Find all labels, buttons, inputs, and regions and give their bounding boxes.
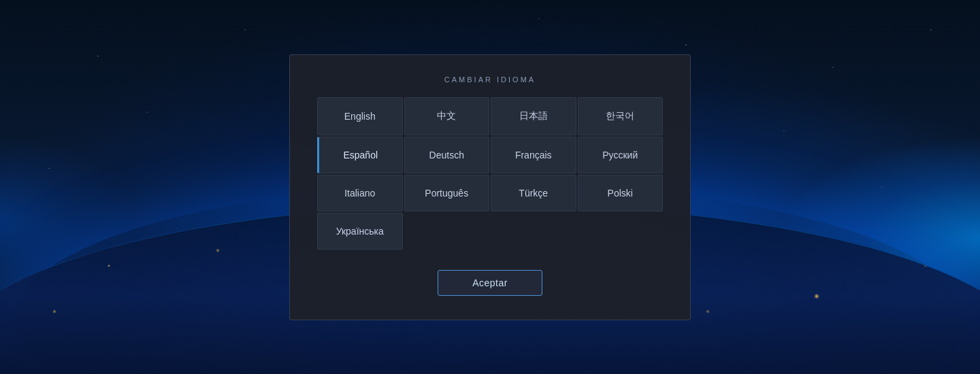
- language-grid: English 中文 日本語 한국어 Español Deutsch Franç…: [317, 97, 663, 250]
- lang-btn-ukrainian[interactable]: Українська: [317, 213, 403, 250]
- lang-btn-italian[interactable]: Italiano: [317, 175, 403, 211]
- lang-btn-japanese[interactable]: 日本語: [491, 97, 576, 135]
- lang-btn-polish[interactable]: Polski: [578, 175, 664, 211]
- lang-btn-german[interactable]: Deutsch: [404, 137, 490, 173]
- modal-overlay: CAMBIAR IDIOMA English 中文 日本語 한국어 Españo…: [0, 0, 980, 374]
- lang-btn-portuguese[interactable]: Português: [404, 175, 490, 211]
- lang-btn-english[interactable]: English: [317, 97, 403, 135]
- lang-btn-spanish[interactable]: Español: [317, 137, 403, 173]
- modal-title: CAMBIAR IDIOMA: [444, 75, 536, 84]
- language-modal: CAMBIAR IDIOMA English 中文 日本語 한국어 Españo…: [289, 54, 691, 320]
- lang-btn-chinese[interactable]: 中文: [404, 97, 490, 135]
- lang-btn-russian[interactable]: Русский: [578, 137, 664, 173]
- lang-btn-french[interactable]: Français: [491, 137, 576, 173]
- accept-button[interactable]: Aceptar: [438, 270, 542, 296]
- lang-btn-korean[interactable]: 한국어: [578, 97, 664, 135]
- lang-btn-turkish[interactable]: Türkçe: [491, 175, 576, 211]
